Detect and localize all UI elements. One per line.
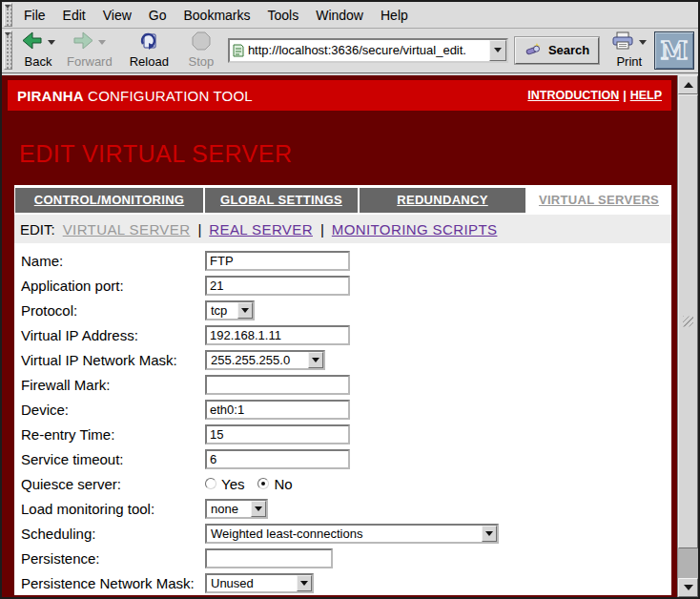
search-button[interactable]: Search — [515, 37, 599, 64]
service-timeout-label: Service timeout: — [21, 451, 205, 467]
protocol-selected-value: tcp — [207, 302, 237, 319]
page-title: EDIT VIRTUAL SERVER — [19, 140, 671, 168]
printer-icon — [611, 31, 634, 53]
virtual-ip-address-input[interactable] — [205, 325, 350, 345]
back-button[interactable]: Back — [17, 31, 59, 70]
reload-button[interactable]: Reload — [126, 31, 173, 70]
virtual-ip-network-mask-select[interactable]: 255.255.255.0 — [205, 350, 325, 370]
piranha-page: PIRANHA CONFIGURATION TOOL INTRODUCTION|… — [2, 75, 677, 597]
persistence-network-mask-label: Persistence Network Mask: — [21, 575, 205, 591]
persistence-network-mask-selected-value: Unused — [207, 575, 297, 591]
virtual-ip-address-label: Virtual IP Address: — [21, 327, 205, 343]
menu-items: FileEditViewGoBookmarksToolsWindowHelp — [15, 7, 417, 24]
load-monitoring-tool-select[interactable]: none — [205, 499, 268, 519]
tab-control-monitoring[interactable]: CONTROL/MONITORING — [15, 188, 203, 213]
navigation-toolbar: Back Forward Reload — [2, 29, 698, 73]
chevron-down-icon — [494, 48, 502, 56]
menu-bookmarks[interactable]: Bookmarks — [175, 4, 258, 27]
application-port-input[interactable] — [205, 276, 350, 296]
device-input[interactable] — [205, 400, 350, 420]
menu-file[interactable]: File — [15, 4, 54, 27]
introduction-link[interactable]: INTRODUCTION — [527, 89, 619, 102]
print-dropdown-icon[interactable] — [639, 40, 647, 49]
virtual-ip-network-mask-selected-value: 255.255.255.0 — [207, 352, 308, 368]
main-tabs: CONTROL/MONITORINGGLOBAL SETTINGSREDUNDA… — [14, 188, 671, 213]
service-timeout-input[interactable] — [205, 449, 350, 469]
form-row-device: Device: — [21, 397, 671, 422]
menu-go[interactable]: Go — [140, 4, 175, 27]
search-button-label: Search — [548, 43, 589, 57]
menu-tools[interactable]: Tools — [259, 4, 308, 27]
persistence-input[interactable] — [205, 548, 333, 568]
chevron-down-icon[interactable] — [308, 352, 323, 368]
subnav-separator: | — [320, 221, 324, 238]
forward-button-label: Forward — [67, 54, 113, 69]
toolbar-grippy[interactable] — [4, 3, 12, 27]
menu-edit[interactable]: Edit — [54, 4, 94, 27]
stop-button[interactable]: Stop — [180, 31, 222, 70]
edit-subnav: EDIT: VIRTUAL SERVER|REAL SERVER|MONITOR… — [14, 215, 671, 243]
form-row-firewall-mark: Firewall Mark: — [21, 372, 671, 397]
print-button[interactable]: Print — [607, 31, 650, 70]
back-history-dropdown-icon[interactable] — [48, 40, 55, 49]
name-input[interactable] — [205, 251, 350, 271]
stop-icon — [192, 31, 211, 54]
form-row-protocol: Protocol:tcp — [21, 298, 671, 322]
tab-global-settings[interactable]: GLOBAL SETTINGS — [205, 188, 358, 213]
edit-prefix: EDIT: — [20, 221, 55, 238]
forward-history-dropdown-icon[interactable] — [98, 40, 106, 49]
quiesce-server-label: Quiesce server: — [21, 476, 205, 492]
subnav-link-real-server[interactable]: REAL SERVER — [209, 221, 313, 238]
re-entry-time-input[interactable] — [205, 424, 350, 444]
form-row-virtual-ip-network-mask: Virtual IP Network Mask:255.255.255.0 — [21, 347, 671, 372]
form-row-quiesce-server: Quiesce server:YesNo — [21, 471, 671, 496]
form-row-load-monitoring-tool: Load monitoring tool:none — [21, 496, 671, 521]
stop-button-label: Stop — [189, 54, 215, 69]
quiesce-server-radio-label-no: No — [274, 476, 292, 492]
form-row-re-entry-time: Re-entry Time: — [21, 422, 671, 446]
firewall-mark-input[interactable] — [205, 375, 350, 395]
menu-view[interactable]: View — [94, 4, 140, 27]
protocol-select[interactable]: tcp — [205, 300, 255, 320]
scroll-up-button[interactable] — [678, 75, 698, 94]
menu-help[interactable]: Help — [372, 4, 417, 27]
content-panel: CONTROL/MONITORINGGLOBAL SETTINGSREDUNDA… — [14, 185, 671, 595]
tab-virtual-servers[interactable]: VIRTUAL SERVERS — [527, 188, 670, 213]
url-dropdown-button[interactable] — [489, 40, 506, 61]
scroll-down-arrow-icon — [684, 585, 693, 595]
mozilla-throbber-logo[interactable]: M — [654, 31, 694, 70]
form-row-virtual-ip-address: Virtual IP Address: — [21, 322, 671, 347]
quiesce-server-radio-no[interactable] — [257, 478, 269, 489]
chevron-down-icon[interactable] — [297, 575, 312, 591]
menu-window[interactable]: Window — [307, 4, 372, 27]
chevron-down-icon[interactable] — [482, 526, 497, 542]
chevron-down-icon[interactable] — [237, 302, 253, 319]
scheduling-select[interactable]: Weighted least-connections — [205, 524, 499, 544]
scrollbar-thumb[interactable] — [678, 94, 698, 548]
bookmark-icon[interactable] — [230, 44, 247, 57]
piranha-brand: PIRANHA CONFIGURATION TOOL — [17, 88, 253, 104]
form-row-service-timeout: Service timeout: — [21, 446, 671, 471]
magnifier-icon — [525, 41, 544, 60]
scheduling-selected-value: Weighted least-connections — [207, 526, 482, 542]
menu-bar: FileEditViewGoBookmarksToolsWindowHelp — [2, 2, 698, 29]
subnav-link-monitoring-scripts[interactable]: MONITORING SCRIPTS — [332, 221, 498, 238]
svg-text:M: M — [661, 36, 689, 65]
form-row-persistence: Persistence: — [21, 546, 671, 570]
scrollbar-grip — [683, 317, 693, 327]
subnav-link-virtual-server[interactable]: VIRTUAL SERVER — [63, 221, 191, 238]
scroll-down-button[interactable] — [678, 578, 698, 597]
quiesce-server-radio-yes[interactable] — [205, 478, 216, 489]
chevron-down-icon[interactable] — [251, 501, 266, 517]
persistence-network-mask-select[interactable]: Unused — [205, 573, 314, 593]
persistence-label: Persistence: — [21, 550, 205, 567]
forward-button[interactable]: Forward — [63, 31, 116, 70]
subnav-separator: | — [197, 221, 201, 238]
tab-redundancy[interactable]: REDUNDANCY — [360, 188, 525, 213]
banner-separator: | — [623, 89, 627, 102]
url-bar[interactable]: http://localhost:3636/secure/virtual_edi… — [228, 38, 508, 63]
vertical-scrollbar[interactable] — [677, 75, 698, 597]
toolbar-grippy[interactable] — [4, 31, 12, 70]
url-input[interactable]: http://localhost:3636/secure/virtual_edi… — [247, 43, 489, 57]
help-link[interactable]: HELP — [630, 89, 662, 102]
